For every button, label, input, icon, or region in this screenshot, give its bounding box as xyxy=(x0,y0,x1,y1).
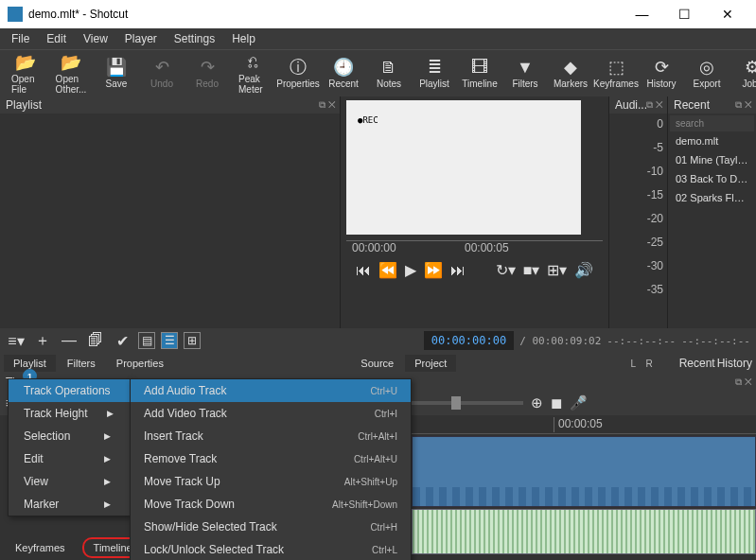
remove-icon[interactable]: — xyxy=(59,332,79,349)
view-list-button[interactable]: ☰ xyxy=(161,332,178,349)
tool-export[interactable]: ◎Export xyxy=(687,54,727,93)
tool-save[interactable]: 💾Save xyxy=(97,54,136,93)
tool-open-file[interactable]: 📂Open File xyxy=(6,49,45,98)
menu-view[interactable]: View xyxy=(76,30,115,47)
check-icon[interactable]: ✔ xyxy=(112,332,132,350)
skip-prev-button[interactable]: ⏮ xyxy=(356,262,371,279)
recent-title: Recent⧉ ✕ xyxy=(668,96,756,114)
tab-source[interactable]: Source xyxy=(351,355,403,372)
menu-move-track-up[interactable]: Move Track UpAlt+Shift+Up xyxy=(131,470,411,493)
menu-move-track-down[interactable]: Move Track DownAlt+Shift+Down xyxy=(131,493,411,516)
tool-open-other-[interactable]: 📂Open Other... xyxy=(51,49,91,98)
audio-panel: Audi...⧉ ✕ 0-5-10-15-20-25-30-35 xyxy=(608,96,667,328)
audio-title: Audi...⧉ ✕ xyxy=(609,96,667,114)
context-menu: Track Operations▶Track Height▶Selection▶… xyxy=(8,378,131,516)
tool-filters[interactable]: ▼Filters xyxy=(505,54,545,93)
menu-track-operations[interactable]: Track Operations▶ xyxy=(9,379,130,402)
recent-item[interactable]: 03 Back To December (T... xyxy=(670,169,754,188)
menu-help[interactable]: Help xyxy=(224,30,263,47)
maximize-button[interactable]: ☐ xyxy=(663,0,706,28)
player-ruler[interactable]: 00:00:00 00:00:05 xyxy=(346,240,603,257)
audio-track[interactable] xyxy=(412,509,756,554)
zoom-in-icon[interactable]: ⊕ xyxy=(531,394,543,411)
menu-selection[interactable]: Selection▶ xyxy=(9,425,130,447)
zoom-button[interactable]: ■▾ xyxy=(523,261,540,279)
grid-button[interactable]: ⊞▾ xyxy=(547,261,567,279)
loop-button[interactable]: ↻▾ xyxy=(496,261,516,279)
tool-history[interactable]: ⟳History xyxy=(642,54,681,93)
tool-timeline[interactable]: 🎞Timeline xyxy=(460,54,500,93)
minimize-button[interactable]: — xyxy=(621,0,663,28)
tab-history[interactable]: History xyxy=(717,357,752,370)
midbar: ≡▾ ＋ — 🗐 ✔ ▤ ☰ ⊞ 00:00:00:00 / 00:00:09:… xyxy=(0,328,756,353)
view-grid-button[interactable]: ⊞ xyxy=(184,332,201,349)
menu-view[interactable]: View▶ xyxy=(9,470,130,493)
timecode-in: --:--:--:-- xyxy=(607,335,676,347)
menu-add-video-track[interactable]: Add Video TrackCtrl+I xyxy=(131,402,411,425)
app-icon xyxy=(8,7,23,22)
tab-recent[interactable]: Recent xyxy=(679,357,715,370)
bottom-tabs: Keyframes Timeline xyxy=(6,537,144,558)
tool-recent[interactable]: 🕘Recent xyxy=(324,54,363,93)
menu-edit[interactable]: Edit xyxy=(39,30,74,47)
timeline-ruler[interactable]: 00:00:05 xyxy=(412,415,756,434)
menu-settings[interactable]: Settings xyxy=(167,30,222,47)
recent-item[interactable]: demo.mlt xyxy=(670,131,754,150)
tool-jobs[interactable]: ⚙Jobs xyxy=(732,54,756,93)
playlist-title: Playlist⧉ ✕ xyxy=(0,96,340,114)
rec-indicator: ●REC xyxy=(358,115,378,125)
volume-button[interactable]: 🔊 xyxy=(574,261,593,279)
recent-search[interactable]: search xyxy=(670,115,754,131)
lr-label: L R xyxy=(630,359,656,369)
recent-item[interactable]: 02 Sparks Fly (Taylor's Ve... xyxy=(670,188,754,207)
video-track[interactable] xyxy=(412,436,756,507)
menu-edit[interactable]: Edit▶ xyxy=(9,447,130,470)
menu-remove-track[interactable]: Remove TrackCtrl+Alt+U xyxy=(131,447,411,470)
tool-properties[interactable]: ⓘProperties xyxy=(278,54,318,93)
tool-peak-meter[interactable]: ⎌Peak Meter xyxy=(233,49,273,98)
window-title: demo.mlt* - Shotcut xyxy=(28,8,621,21)
tool-redo[interactable]: ↷Redo xyxy=(187,54,227,93)
record-icon[interactable]: 🎤 xyxy=(570,394,588,411)
skip-next-button[interactable]: ⏭ xyxy=(450,262,466,279)
forward-button[interactable]: ⏩ xyxy=(424,261,443,279)
view-detail-button[interactable]: ▤ xyxy=(138,332,155,349)
tab-filters[interactable]: Filters xyxy=(58,355,105,372)
preview-panel: ●REC 00:00:00 00:00:05 ⏮ ⏪ ▶ ⏩ ⏭ ↻▾ ■▾ ⊞… xyxy=(341,96,608,328)
tool-undo[interactable]: ↶Undo xyxy=(142,54,182,93)
tool-notes[interactable]: 🗎Notes xyxy=(369,54,409,93)
rewind-button[interactable]: ⏪ xyxy=(378,261,397,279)
timecode-out: --:--:--:-- xyxy=(681,335,750,347)
menu-track-height[interactable]: Track Height▶ xyxy=(9,402,130,425)
menu-icon[interactable]: ≡▾ xyxy=(6,332,26,350)
tabbar-left: Playlist Filters Properties Source Proje… xyxy=(0,353,756,374)
tool-markers[interactable]: ◆Markers xyxy=(551,54,590,93)
menu-file[interactable]: File xyxy=(4,30,37,47)
close-button[interactable]: ✕ xyxy=(706,0,748,28)
zoom-fit-icon[interactable]: ◼ xyxy=(551,394,562,411)
tab-keyframes[interactable]: Keyframes xyxy=(6,539,75,556)
preview-canvas[interactable]: ●REC xyxy=(346,100,581,235)
menu-lock-unlock-selected-track[interactable]: Lock/Unlock Selected TrackCtrl+L xyxy=(131,538,411,560)
recent-item[interactable]: 01 Mine (Taylor's Versio... xyxy=(670,150,754,169)
player-controls: ⏮ ⏪ ▶ ⏩ ⏭ ↻▾ ■▾ ⊞▾ 🔊 xyxy=(341,257,608,283)
tool-playlist[interactable]: ≣Playlist xyxy=(414,54,454,93)
timecode-current[interactable]: 00:00:00:00 xyxy=(424,331,514,350)
main-toolbar: 📂Open File📂Open Other...💾Save↶Undo↷Redo⎌… xyxy=(0,49,756,96)
menu-player[interactable]: Player xyxy=(117,30,165,47)
tab-project[interactable]: Project xyxy=(405,355,456,372)
tool-keyframes[interactable]: ⬚Keyframes xyxy=(596,54,636,93)
tab-properties[interactable]: Properties xyxy=(107,355,173,372)
update-icon[interactable]: 🗐 xyxy=(85,332,106,349)
add-icon[interactable]: ＋ xyxy=(32,331,53,351)
play-button[interactable]: ▶ xyxy=(405,261,416,279)
submenu-track-operations: Add Audio TrackCtrl+UAdd Video TrackCtrl… xyxy=(130,378,412,560)
timecode-duration: / 00:00:09:02 xyxy=(519,335,601,347)
menu-insert-track[interactable]: Insert TrackCtrl+Alt+I xyxy=(131,425,411,447)
recent-panel: Recent⧉ ✕ search demo.mlt01 Mine (Taylor… xyxy=(667,96,756,328)
menubar: File Edit View Player Settings Help xyxy=(0,28,756,49)
menu-add-audio-track[interactable]: Add Audio TrackCtrl+U xyxy=(131,379,411,402)
titlebar: demo.mlt* - Shotcut — ☐ ✕ xyxy=(0,0,756,28)
menu-show-hide-selected-track[interactable]: Show/Hide Selected TrackCtrl+H xyxy=(131,516,411,538)
menu-marker[interactable]: Marker▶ xyxy=(9,493,130,516)
